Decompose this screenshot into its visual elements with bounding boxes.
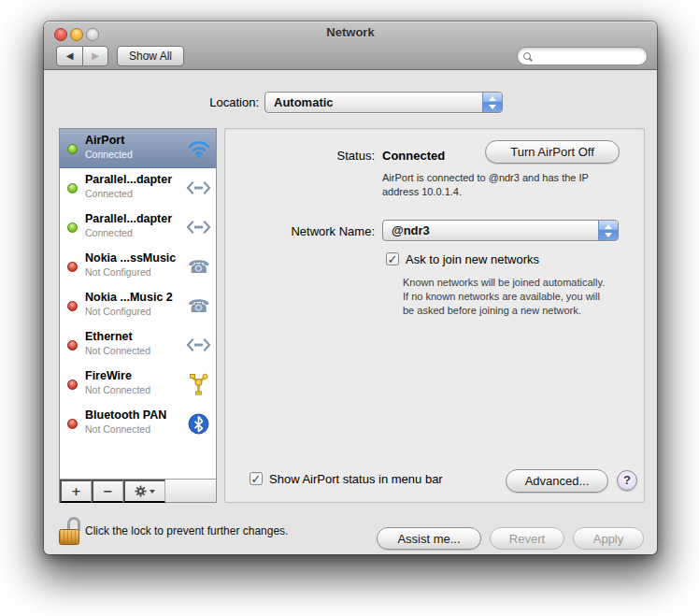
network-name-label: Network Name: [263, 224, 375, 238]
nav-buttons: ◀ ▶ [56, 46, 108, 66]
lock-icon[interactable] [59, 517, 83, 552]
interface-name: Nokia ...ssMusic [85, 251, 176, 265]
search-field[interactable] [517, 47, 648, 65]
network-name-value: @ndr3 [392, 223, 430, 237]
list-item-airport[interactable]: AirPort Connected [60, 129, 216, 168]
location-popup[interactable]: Automatic [264, 92, 503, 113]
ask-to-join-label[interactable]: Ask to join new networks [406, 252, 539, 266]
status-dot-connected [67, 144, 78, 154]
apply-button[interactable]: Apply [573, 527, 644, 550]
menu-bar-status-checkbox[interactable]: ✓ [250, 472, 263, 485]
search-input[interactable] [535, 50, 668, 62]
status-description-line1: AirPort is connected to @ndr3 and has th… [382, 171, 589, 185]
interface-status: Not Connected [85, 384, 150, 395]
turn-airport-off-button[interactable]: Turn AirPort Off [485, 140, 620, 164]
menu-bar-status-label[interactable]: Show AirPort status in menu bar [269, 472, 443, 486]
list-item-nokia-ssmusic[interactable]: Nokia ...ssMusic Not Configured ☎ [60, 247, 216, 286]
interface-status: Not Connected [85, 345, 150, 356]
gear-icon [135, 485, 147, 497]
status-dot-not-configured [67, 262, 78, 272]
bluetooth-icon [186, 411, 211, 436]
interface-name: Ethernet [85, 330, 133, 343]
list-item-bluetooth-pan[interactable]: Bluetooth PAN Not Connected [60, 404, 216, 443]
remove-interface-button[interactable]: − [92, 480, 123, 503]
ask-help-line1: Known networks will be joined automatica… [403, 276, 605, 290]
ethernet-icon [186, 215, 211, 239]
wifi-icon [186, 136, 211, 161]
advanced-button[interactable]: Advanced... [506, 469, 608, 493]
popup-stepper-icon [482, 93, 502, 112]
add-interface-button[interactable]: + [60, 480, 92, 503]
desktop: Network ◀ ▶ Show All Location: Automatic [0, 0, 699, 616]
interface-name: Parallel...dapter [85, 173, 172, 186]
help-button[interactable]: ? [617, 470, 637, 491]
action-menu-button[interactable] [123, 480, 165, 503]
airport-settings-panel: Status: Connected Turn AirPort Off AirPo… [224, 128, 645, 503]
interface-status: Not Configured [85, 306, 151, 317]
status-dot-not-connected [67, 340, 78, 351]
network-preferences-window: Network ◀ ▶ Show All Location: Automatic [44, 21, 657, 554]
list-item-ethernet[interactable]: Ethernet Not Connected [60, 325, 216, 365]
interface-name: Nokia ...Music 2 [85, 291, 173, 304]
interface-name: FireWire [85, 369, 132, 382]
list-actions-bar: + − [60, 479, 216, 502]
back-button[interactable]: ◀ [56, 46, 82, 66]
status-dot-connected [67, 222, 78, 233]
titlebar: Network ◀ ▶ Show All [44, 21, 657, 70]
show-all-button[interactable]: Show All [117, 46, 184, 66]
interface-status: Connected [85, 149, 133, 160]
popup-stepper-icon [598, 221, 618, 240]
firewire-icon [186, 372, 211, 396]
status-dot-not-connected [67, 419, 78, 429]
interface-status: Not Connected [85, 423, 150, 435]
content-area: Location: Automatic AirPort Connected [44, 70, 657, 554]
assist-me-button[interactable]: Assist me... [377, 527, 481, 550]
ask-to-join-checkbox[interactable]: ✓ [386, 252, 399, 265]
phone-icon: ☎ [186, 294, 211, 318]
ask-help-line2: If no known networks are available, you … [403, 290, 600, 304]
phone-icon: ☎ [186, 254, 211, 279]
interface-status: Not Configured [85, 266, 151, 278]
status-label: Status: [281, 149, 375, 163]
interface-status: Connected [85, 188, 133, 199]
interface-name: Parallel...dapter [85, 212, 172, 225]
network-name-popup[interactable]: @ndr3 [382, 220, 619, 241]
lock-hint-text: Click the lock to prevent further change… [85, 524, 288, 537]
status-dot-not-connected [67, 380, 78, 390]
list-item-parallels-adapter-1[interactable]: Parallel...dapter Connected [60, 168, 216, 208]
interfaces-list: AirPort Connected Parallel...dapter Conn… [59, 128, 217, 503]
ask-help-line3: be asked before joining a new network. [403, 304, 581, 318]
list-item-nokia-music-2[interactable]: Nokia ...Music 2 Not Configured ☎ [60, 286, 216, 325]
list-item-firewire[interactable]: FireWire Not Connected [60, 365, 216, 404]
location-label: Location: [147, 95, 259, 109]
status-description-line2: address 10.0.1.4. [382, 185, 462, 199]
revert-button[interactable]: Revert [490, 527, 564, 550]
window-title: Network [44, 25, 657, 39]
chevron-down-icon [150, 490, 155, 494]
status-dot-connected [67, 183, 78, 193]
interfaces-rows: AirPort Connected Parallel...dapter Conn… [60, 129, 216, 479]
status-value: Connected [382, 149, 445, 163]
list-item-parallels-adapter-2[interactable]: Parallel...dapter Connected [60, 208, 216, 247]
interface-status: Connected [85, 227, 133, 238]
status-dot-not-configured [67, 301, 78, 311]
location-popup-value: Automatic [274, 95, 334, 109]
search-icon [523, 52, 532, 61]
ethernet-icon [186, 176, 211, 200]
interface-name: Bluetooth PAN [85, 408, 166, 422]
forward-button[interactable]: ▶ [82, 46, 108, 66]
interface-name: AirPort [85, 134, 124, 147]
ethernet-icon [186, 333, 211, 357]
